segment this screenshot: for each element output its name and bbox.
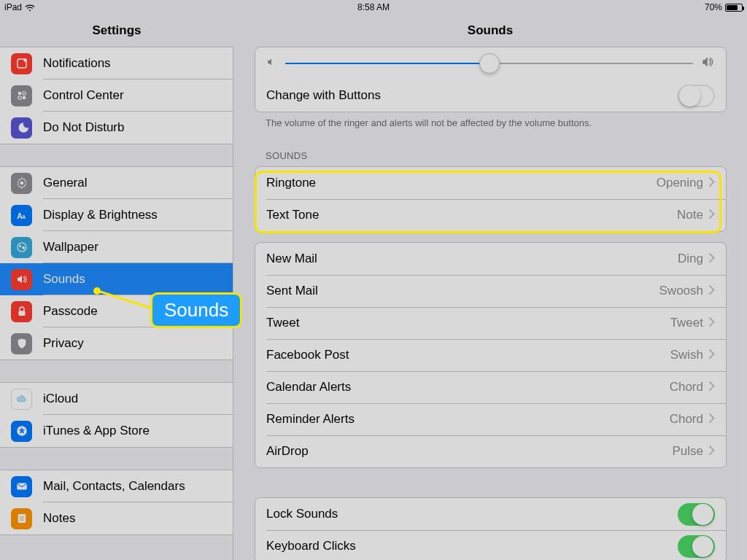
control-center-icon <box>11 85 32 106</box>
sidebar-item-passcode[interactable]: Passcode <box>0 295 233 327</box>
sidebar-item-mail-contacts-calendars[interactable]: Mail, Contacts, Calendars <box>0 470 233 502</box>
svg-rect-14 <box>17 483 27 490</box>
volume-caption: The volume of the ringer and alerts will… <box>266 117 716 128</box>
clock: 8:58 AM <box>357 2 390 12</box>
volume-fill <box>285 63 489 64</box>
sidebar-item-label: iCloud <box>43 392 78 406</box>
sounds-panel: Change with Buttons The volume of the ri… <box>234 47 747 560</box>
svg-point-6 <box>20 182 23 185</box>
display-icon: AA <box>11 205 32 226</box>
sound-row-value: Note <box>677 208 709 222</box>
change-with-buttons-label: Change with Buttons <box>266 88 381 103</box>
svg-text:A: A <box>22 214 26 220</box>
ringer-volume-card: Change with Buttons <box>255 47 727 112</box>
sound-row-label: AirDrop <box>266 444 309 459</box>
sound-row-airdrop[interactable]: AirDropPulse <box>255 435 726 467</box>
sound-row-value: Tweet <box>670 316 709 330</box>
sidebar-group: NotificationsControl CenterDo Not Distur… <box>0 47 233 144</box>
sound-row-label: Reminder Alerts <box>266 412 355 427</box>
device-label: iPad <box>4 2 22 12</box>
sound-row-label: Tweet <box>266 316 299 330</box>
passcode-icon <box>11 301 32 322</box>
sound-row-label: Calendar Alerts <box>266 380 351 394</box>
battery-percent: 70% <box>705 2 722 12</box>
toggle-row-lock-sounds[interactable]: Lock Sounds <box>255 498 726 530</box>
sidebar-item-label: Sounds <box>43 272 85 287</box>
notes-icon <box>11 508 32 529</box>
icloud-icon <box>11 389 32 410</box>
volume-thumb[interactable] <box>479 53 500 74</box>
sidebar-item-notes[interactable]: Notes <box>0 502 233 534</box>
sound-row-value: Opening <box>657 176 709 190</box>
sidebar-item-notifications[interactable]: Notifications <box>0 47 233 79</box>
sidebar-item-label: Display & Brightness <box>43 208 158 222</box>
sidebar-item-icloud[interactable]: iCloud <box>0 383 233 415</box>
sidebar-item-label: Wallpaper <box>43 240 98 254</box>
sidebar-item-label: Mail, Contacts, Calendars <box>43 479 185 494</box>
privacy-icon <box>11 333 32 354</box>
wifi-icon <box>25 4 35 11</box>
sidebar-item-general[interactable]: General <box>0 167 233 199</box>
sound-row-label: Text Tone <box>266 208 319 222</box>
sidebar-group: Mail, Contacts, CalendarsNotes <box>0 470 233 535</box>
svg-point-3 <box>22 92 26 96</box>
sound-row-ringtone[interactable]: RingtoneOpening <box>255 167 726 199</box>
sound-row-text-tone[interactable]: Text ToneNote <box>255 199 726 231</box>
dnd-icon <box>11 117 32 139</box>
sound-row-facebook-post[interactable]: Facebook PostSwish <box>255 339 726 371</box>
sound-row-tweet[interactable]: TweetTweet <box>255 307 726 339</box>
sound-row-label: Sent Mail <box>266 284 318 298</box>
svg-point-9 <box>18 243 26 252</box>
svg-point-5 <box>22 96 26 100</box>
appstore-icon <box>11 421 32 442</box>
sidebar-item-display-brightness[interactable]: AADisplay & Brightness <box>0 199 233 231</box>
sidebar-item-do-not-disturb[interactable]: Do Not Disturb <box>0 112 233 144</box>
status-bar: iPad 8:58 AM 70% <box>0 0 747 15</box>
sidebar-item-sounds[interactable]: Sounds <box>0 263 233 295</box>
svg-rect-12 <box>18 311 25 316</box>
speaker-high-icon <box>702 56 715 71</box>
svg-point-11 <box>22 246 25 249</box>
sidebar-item-control-center[interactable]: Control Center <box>0 79 233 112</box>
sounds-icon <box>11 269 32 290</box>
sidebar-group: iCloudiTunes & App Store <box>0 382 233 448</box>
chevron-right-icon <box>709 381 715 394</box>
chevron-right-icon <box>709 349 715 362</box>
sound-selection-card-highlighted: RingtoneOpeningText ToneNote <box>255 166 727 232</box>
sound-row-calendar-alerts[interactable]: Calendar AlertsChord <box>255 371 726 403</box>
svg-point-2 <box>18 92 21 96</box>
wallpaper-icon <box>11 237 32 258</box>
sound-row-value: Chord <box>670 380 709 394</box>
toggle-switch[interactable] <box>678 503 715 526</box>
gear-icon <box>11 173 32 194</box>
sidebar-item-itunes-app-store[interactable]: iTunes & App Store <box>0 415 233 447</box>
sound-row-new-mail[interactable]: New MailDing <box>255 243 726 275</box>
sound-row-value: Pulse <box>672 444 709 459</box>
toggle-label: Lock Sounds <box>266 507 338 521</box>
sound-row-sent-mail[interactable]: Sent MailSwoosh <box>255 275 726 307</box>
sound-selection-card: New MailDingSent MailSwooshTweetTweetFac… <box>255 242 727 468</box>
sidebar-item-label: Notes <box>43 511 75 526</box>
volume-slider[interactable] <box>255 47 726 79</box>
sidebar-item-privacy[interactable]: Privacy <box>0 327 233 359</box>
sound-row-value: Swish <box>670 348 709 362</box>
screen: iPad 8:58 AM 70% Settings Sounds Notific… <box>0 0 747 560</box>
speaker-low-icon <box>266 57 276 70</box>
sound-row-value: Swoosh <box>659 284 709 298</box>
svg-point-1 <box>23 58 27 62</box>
sidebar-item-label: Passcode <box>43 304 98 319</box>
battery-fill <box>727 5 738 10</box>
change-with-buttons-toggle[interactable] <box>678 85 715 107</box>
left-column-title: Settings <box>0 15 233 47</box>
sound-toggles-card: Lock SoundsKeyboard Clicks <box>255 497 727 560</box>
sound-row-label: Facebook Post <box>266 348 349 362</box>
sound-row-reminder-alerts[interactable]: Reminder AlertsChord <box>255 403 726 435</box>
sidebar-item-wallpaper[interactable]: Wallpaper <box>0 231 233 263</box>
chevron-right-icon <box>709 176 715 190</box>
sound-row-label: Ringtone <box>266 176 316 190</box>
chevron-right-icon <box>709 413 715 426</box>
toggle-row-keyboard-clicks[interactable]: Keyboard Clicks <box>255 530 726 560</box>
toggle-switch[interactable] <box>678 535 715 558</box>
change-with-buttons-row[interactable]: Change with Buttons <box>255 79 726 112</box>
volume-track[interactable] <box>285 63 693 64</box>
